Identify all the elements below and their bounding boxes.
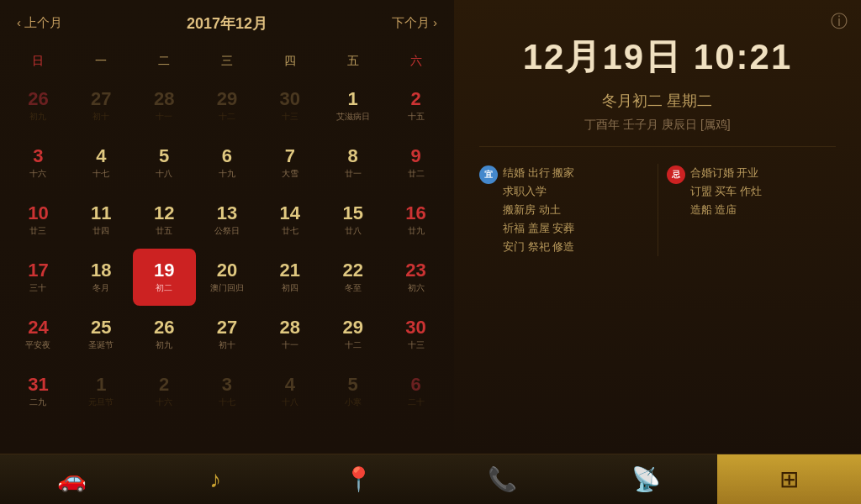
day-cell-8[interactable]: 8廿一 [321, 134, 384, 192]
day-lunar: 十八 [282, 396, 298, 408]
day-lunar: 大雪 [282, 168, 298, 180]
day-cell-29[interactable]: 29十二 [321, 306, 384, 363]
nav-phone[interactable]: 📞 [430, 454, 574, 505]
day-cell-6[interactable]: 6二十 [384, 363, 447, 420]
day-lunar: 初九 [156, 339, 172, 351]
day-cell-26[interactable]: 26初九 [133, 306, 196, 363]
weekday-sun: 日 [7, 50, 70, 72]
day-cell-2[interactable]: 2十六 [133, 363, 196, 420]
day-number: 4 [96, 146, 106, 166]
day-cell-26[interactable]: 26初九 [7, 77, 70, 134]
prev-month-button[interactable]: ‹ 上个月 [17, 15, 62, 31]
day-number: 23 [405, 260, 425, 281]
day-lunar: 十一 [282, 339, 298, 351]
divider [479, 146, 836, 147]
day-cell-28[interactable]: 28十一 [133, 77, 196, 134]
day-cell-6[interactable]: 6十九 [196, 134, 259, 192]
day-lunar: 廿八 [345, 225, 362, 237]
day-cell-29[interactable]: 29十二 [196, 77, 259, 134]
day-number: 5 [159, 146, 169, 166]
day-cell-12[interactable]: 12廿五 [133, 192, 196, 249]
yi-icon: 宜 [479, 165, 498, 184]
day-cell-23[interactable]: 23初六 [384, 249, 447, 306]
day-number: 31 [28, 375, 48, 395]
day-lunar: 平安夜 [25, 339, 50, 351]
day-lunar: 十三 [282, 111, 298, 123]
day-cell-19[interactable]: 19初二 [133, 249, 196, 306]
day-lunar: 三十 [29, 282, 46, 294]
nav-music[interactable]: ♪ [144, 454, 288, 505]
day-lunar: 廿九 [408, 225, 425, 237]
day-number: 1 [348, 89, 358, 109]
day-cell-16[interactable]: 16廿九 [384, 192, 447, 249]
day-number: 6 [410, 375, 420, 395]
day-cell-25[interactable]: 25圣诞节 [70, 306, 133, 363]
day-number: 13 [217, 203, 237, 223]
day-number: 29 [342, 318, 362, 338]
day-lunar: 廿一 [345, 168, 362, 180]
day-lunar: 冬月 [92, 282, 109, 294]
nav-car[interactable]: 🚗 [0, 454, 144, 505]
day-cell-24[interactable]: 24平安夜 [7, 306, 70, 363]
day-number: 2 [410, 89, 420, 109]
day-cell-20[interactable]: 20澳门回归 [196, 249, 259, 306]
next-month-button[interactable]: 下个月 › [392, 15, 437, 31]
day-cell-1[interactable]: 1元旦节 [70, 363, 133, 420]
day-cell-28[interactable]: 28十一 [258, 306, 321, 363]
day-number: 3 [33, 146, 43, 166]
day-cell-4[interactable]: 4十七 [70, 134, 133, 192]
day-cell-15[interactable]: 15廿八 [321, 192, 384, 249]
day-cell-27[interactable]: 27初十 [196, 306, 259, 363]
day-cell-31[interactable]: 31二九 [7, 363, 70, 420]
day-cell-2[interactable]: 2十五 [384, 77, 447, 134]
day-cell-5[interactable]: 5小寒 [321, 363, 384, 420]
day-cell-17[interactable]: 17三十 [7, 249, 70, 306]
day-cell-27[interactable]: 27初十 [70, 77, 133, 134]
day-cell-30[interactable]: 30十三 [258, 77, 321, 134]
day-number: 28 [280, 318, 300, 338]
nav-location[interactable]: 📍 [287, 454, 430, 505]
day-cell-21[interactable]: 21初四 [258, 249, 321, 306]
info-panel: 12月19日 10:21 冬月初二 星期二 丁酉年 壬子月 庚辰日 [属鸡] 宜… [454, 0, 861, 454]
signal-icon: 📡 [631, 465, 661, 493]
day-number: 6 [222, 146, 232, 166]
day-number: 30 [405, 318, 425, 338]
day-lunar: 公祭日 [214, 225, 240, 237]
nav-apps[interactable]: ⊞ [717, 454, 861, 505]
day-lunar: 二十 [408, 396, 425, 408]
day-cell-18[interactable]: 18冬月 [70, 249, 133, 306]
day-cell-4[interactable]: 4十八 [258, 363, 321, 420]
day-cell-9[interactable]: 9廿二 [384, 134, 447, 192]
day-number: 19 [154, 260, 174, 281]
day-number: 10 [28, 203, 48, 223]
day-number: 14 [280, 203, 300, 223]
day-cell-10[interactable]: 10廿三 [7, 192, 70, 249]
day-number: 11 [91, 203, 111, 223]
day-lunar: 冬至 [345, 282, 362, 294]
day-lunar: 艾滋病日 [336, 111, 370, 123]
calendar-panel: ‹ 上个月 2017年12月 下个月 › 日 一 二 三 四 五 六 26初九2… [0, 0, 454, 454]
day-cell-30[interactable]: 30十三 [384, 306, 447, 363]
day-cell-13[interactable]: 13公祭日 [196, 192, 259, 249]
day-number: 3 [222, 375, 232, 395]
day-number: 26 [28, 89, 48, 109]
nav-signal[interactable]: 📡 [574, 454, 718, 505]
day-lunar: 十六 [29, 168, 46, 180]
day-cell-1[interactable]: 1艾滋病日 [321, 77, 384, 134]
day-cell-3[interactable]: 3十六 [7, 134, 70, 192]
day-lunar: 初九 [29, 111, 46, 123]
day-cell-7[interactable]: 7大雪 [258, 134, 321, 192]
day-cell-5[interactable]: 5十八 [133, 134, 196, 192]
day-lunar: 元旦节 [88, 396, 114, 408]
info-icon[interactable]: ⓘ [831, 10, 848, 33]
day-cell-22[interactable]: 22冬至 [321, 249, 384, 306]
day-cell-3[interactable]: 3十七 [196, 363, 259, 420]
day-number: 25 [91, 318, 111, 338]
ji-icon: 忌 [667, 165, 685, 184]
day-cell-11[interactable]: 11廿四 [70, 192, 133, 249]
day-number: 9 [410, 146, 420, 166]
day-lunar: 初六 [408, 282, 425, 294]
music-icon: ♪ [209, 466, 221, 493]
day-lunar: 澳门回归 [210, 282, 244, 294]
day-cell-14[interactable]: 14廿七 [258, 192, 321, 249]
